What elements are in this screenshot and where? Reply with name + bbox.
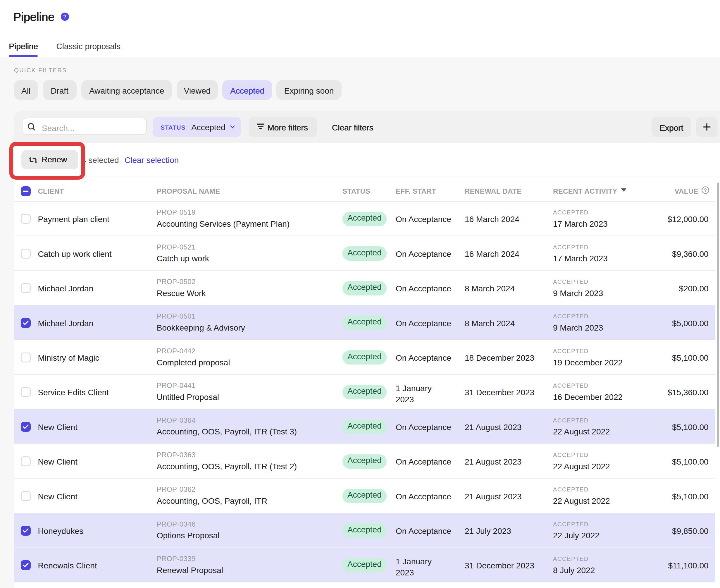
svg-text:?: ? xyxy=(704,188,707,193)
